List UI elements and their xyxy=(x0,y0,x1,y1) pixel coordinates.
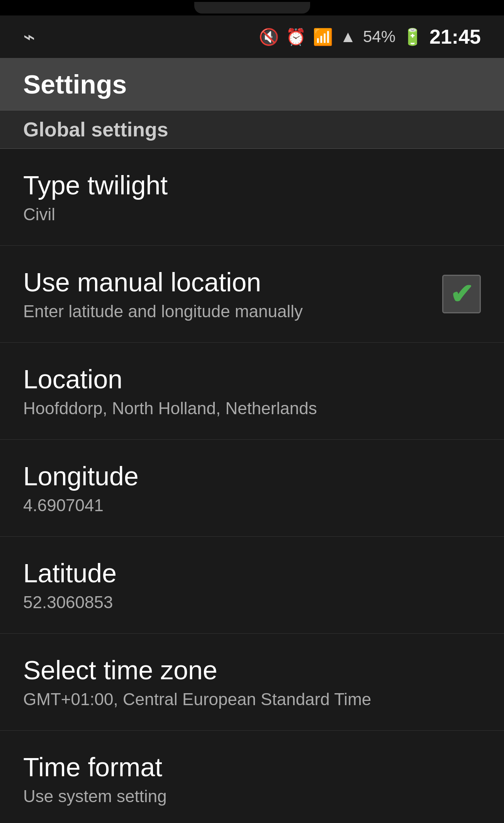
setting-subtitle-longitude: 4.6907041 xyxy=(23,496,481,515)
setting-item-type-twilight[interactable]: Type twilightCivil xyxy=(0,149,504,246)
signal-icon: ▲ xyxy=(340,27,356,46)
setting-subtitle-location: Hoofddorp, North Holland, Netherlands xyxy=(23,399,481,418)
app-bar: Settings xyxy=(0,58,504,110)
alarm-icon: ⏰ xyxy=(286,27,306,46)
notch-area xyxy=(0,0,504,15)
section-header-label: Global settings xyxy=(23,118,168,141)
setting-text-latitude: Latitude52.3060853 xyxy=(23,558,481,612)
setting-item-location[interactable]: LocationHoofddorp, North Holland, Nether… xyxy=(0,343,504,440)
status-left: ⌁ xyxy=(23,25,35,48)
setting-item-longitude[interactable]: Longitude4.6907041 xyxy=(0,440,504,537)
setting-subtitle-type-twilight: Civil xyxy=(23,205,481,224)
checkmark-use-manual-location: ✔ xyxy=(450,280,473,308)
setting-text-location: LocationHoofddorp, North Holland, Nether… xyxy=(23,364,481,418)
setting-subtitle-latitude: 52.3060853 xyxy=(23,593,481,612)
phone-frame: ⌁ 🔇 ⏰ 📶 ▲ 54% 🔋 21:45 Settings Global se… xyxy=(0,0,504,823)
setting-text-type-twilight: Type twilightCivil xyxy=(23,170,481,224)
setting-item-select-time-zone[interactable]: Select time zoneGMT+01:00, Central Europ… xyxy=(0,634,504,731)
setting-subtitle-use-manual-location: Enter latitude and longitude manually xyxy=(23,302,431,321)
checkbox-use-manual-location[interactable]: ✔ xyxy=(442,275,481,313)
notch xyxy=(194,2,310,14)
setting-item-use-manual-location[interactable]: Use manual locationEnter latitude and lo… xyxy=(0,246,504,343)
battery-icon: 🔋 xyxy=(402,27,423,46)
status-right: 🔇 ⏰ 📶 ▲ 54% 🔋 21:45 xyxy=(259,25,481,48)
setting-title-longitude: Longitude xyxy=(23,461,481,491)
setting-title-time-format: Time format xyxy=(23,752,481,782)
setting-item-latitude[interactable]: Latitude52.3060853 xyxy=(0,537,504,634)
setting-text-time-format: Time formatUse system setting xyxy=(23,752,481,806)
usb-icon: ⌁ xyxy=(23,25,35,48)
setting-subtitle-select-time-zone: GMT+01:00, Central European Standard Tim… xyxy=(23,690,481,709)
setting-text-select-time-zone: Select time zoneGMT+01:00, Central Europ… xyxy=(23,655,481,709)
section-header: Global settings xyxy=(0,110,504,149)
setting-title-select-time-zone: Select time zone xyxy=(23,655,481,685)
setting-subtitle-time-format: Use system setting xyxy=(23,787,481,806)
status-bar: ⌁ 🔇 ⏰ 📶 ▲ 54% 🔋 21:45 xyxy=(0,15,504,58)
settings-list: Type twilightCivilUse manual locationEnt… xyxy=(0,149,504,823)
battery-percent: 54% xyxy=(363,27,395,46)
setting-title-location: Location xyxy=(23,364,481,394)
app-bar-title: Settings xyxy=(23,69,127,99)
silent-icon: 🔇 xyxy=(259,27,279,46)
setting-text-use-manual-location: Use manual locationEnter latitude and lo… xyxy=(23,267,431,321)
status-time: 21:45 xyxy=(429,25,481,48)
setting-title-latitude: Latitude xyxy=(23,558,481,588)
setting-title-type-twilight: Type twilight xyxy=(23,170,481,200)
wifi-icon: 📶 xyxy=(313,27,333,46)
setting-title-use-manual-location: Use manual location xyxy=(23,267,431,297)
setting-item-time-format[interactable]: Time formatUse system setting xyxy=(0,731,504,823)
setting-text-longitude: Longitude4.6907041 xyxy=(23,461,481,515)
